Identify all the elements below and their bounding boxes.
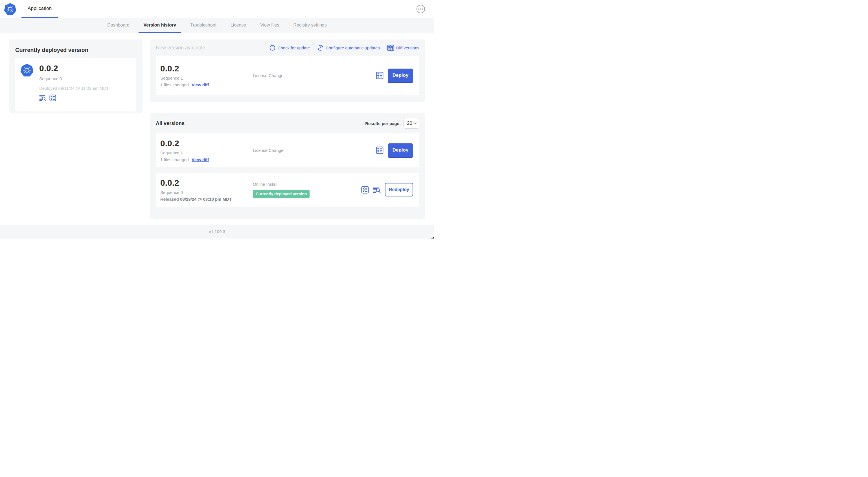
- footer: v1.109.3: [0, 225, 434, 239]
- preflight-checks-icon: [376, 72, 383, 79]
- kubernetes-logo-icon: [4, 3, 17, 15]
- tab-dashboard[interactable]: Dashboard: [102, 18, 134, 33]
- currently-deployed-panel: Currently deployed version: [9, 39, 143, 113]
- deployed-version-number: 0.0.2: [39, 63, 108, 73]
- kubernetes-logo-icon: [20, 63, 34, 106]
- new-version-panel: New version available Check for update: [150, 39, 425, 102]
- deployed-timestamp: Deployed 09/11/24 @ 11:02 am MDT: [39, 86, 108, 91]
- version-number: 0.0.2: [160, 139, 253, 148]
- console-version-label: v1.109.3: [209, 229, 225, 234]
- preflight-checks-button[interactable]: [376, 147, 383, 154]
- more-options-button[interactable]: [416, 5, 425, 13]
- files-changed-label: 1 files changed: [160, 157, 189, 162]
- currently-deployed-card: 0.0.2 Sequence 0 Deployed 09/11/24 @ 11:…: [15, 58, 136, 112]
- version-history-content: Currently deployed version: [0, 33, 434, 219]
- preflight-checks-icon: [50, 94, 56, 101]
- released-label: Released: [160, 197, 179, 202]
- view-logs-button[interactable]: [39, 95, 46, 101]
- view-diff-link[interactable]: View diff: [192, 82, 209, 87]
- tab-view-files[interactable]: View files: [255, 18, 284, 33]
- chevron-down-icon: [413, 122, 416, 124]
- released-timestamp: 08/29/24 @ 03:18 pm MDT: [180, 197, 232, 202]
- deploy-button[interactable]: Deploy: [388, 143, 413, 157]
- tab-registry-settings[interactable]: Registry settings: [288, 18, 332, 33]
- version-row-sequence-1: 0.0.2 Sequence 1 1 files changed View di…: [156, 133, 419, 167]
- version-source-label: License Change: [253, 148, 376, 153]
- app-logo: [0, 0, 17, 18]
- configure-automatic-updates-link[interactable]: Configure automatic updates: [317, 44, 380, 51]
- check-for-update-link[interactable]: Check for update: [269, 44, 310, 51]
- preflight-checks-button[interactable]: [376, 72, 383, 79]
- preflight-checks-button[interactable]: [50, 94, 56, 101]
- new-version-row: 0.0.2 Sequence 1 1 files changed View di…: [156, 56, 419, 95]
- preflight-checks-icon: [376, 147, 383, 154]
- tab-license[interactable]: License: [225, 18, 251, 33]
- logs-icon: [39, 95, 46, 101]
- all-versions-title: All versions: [156, 121, 185, 126]
- currently-deployed-badge: Currently deployed version: [253, 190, 310, 198]
- view-diff-link[interactable]: View diff: [192, 157, 209, 162]
- auto-update-schedule-icon: [317, 44, 324, 51]
- version-number: 0.0.2: [160, 178, 253, 188]
- currently-deployed-title: Currently deployed version: [15, 47, 136, 53]
- version-sequence: Sequence 0: [160, 190, 253, 195]
- app-nav-tab-label: Application: [28, 6, 52, 11]
- tab-version-history[interactable]: Version history: [138, 18, 181, 33]
- new-version-title: New version available: [156, 45, 205, 51]
- version-source-label: License Change: [253, 73, 376, 78]
- ellipsis-icon: [418, 8, 419, 9]
- version-sequence: Sequence 1: [160, 76, 253, 81]
- diff-versions-link[interactable]: Diff versions: [387, 44, 419, 51]
- top-header-bar: Application: [0, 0, 434, 18]
- refresh-icon: [269, 44, 276, 51]
- results-per-page-label: Results per page:: [365, 121, 401, 126]
- deployed-sequence: Sequence 0: [39, 76, 108, 81]
- deploy-button[interactable]: Deploy: [388, 68, 413, 82]
- admin-console-page: Application Dashboard Version history Tr…: [0, 0, 434, 239]
- app-nav-tab-application[interactable]: Application: [22, 0, 58, 18]
- redeploy-button[interactable]: Redeploy: [385, 183, 413, 197]
- version-sequence: Sequence 1: [160, 150, 253, 155]
- version-row-sequence-0: 0.0.2 Sequence 0 Released 08/29/24 @ 03:…: [156, 173, 419, 207]
- tab-troubleshoot[interactable]: Troubleshoot: [185, 18, 221, 33]
- all-versions-panel: All versions Results per page: 20: [150, 113, 425, 219]
- preflight-checks-button[interactable]: [361, 186, 369, 193]
- preflight-checks-icon: [361, 186, 369, 193]
- results-per-page-select[interactable]: 20: [404, 118, 419, 129]
- version-number: 0.0.2: [160, 64, 253, 73]
- app-section-tabs: Dashboard Version history Troubleshoot L…: [0, 18, 434, 33]
- diff-icon: [387, 44, 394, 51]
- files-changed-label: 1 files changed: [160, 82, 189, 87]
- logs-icon: [373, 186, 381, 193]
- view-logs-button[interactable]: [373, 186, 381, 193]
- version-source-label: Online Install: [253, 182, 361, 186]
